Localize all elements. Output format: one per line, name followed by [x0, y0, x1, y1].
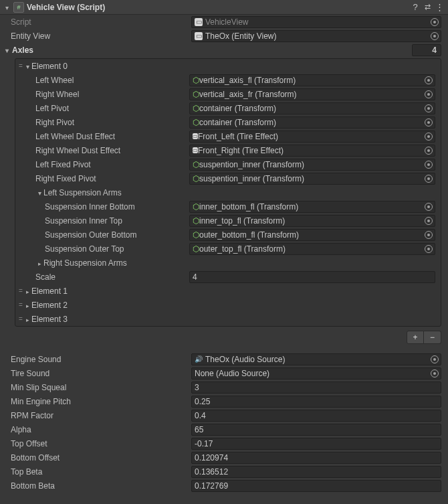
script-asset-icon: ▭: [193, 147, 198, 153]
list-item[interactable]: = Element 2: [15, 298, 441, 312]
object-picker-icon[interactable]: [425, 245, 433, 253]
min-engine-pitch-field[interactable]: [191, 396, 441, 408]
script-asset-icon: ▭: [193, 133, 198, 139]
entity-view-field[interactable]: ▭ TheOx (Entity View): [191, 30, 441, 42]
object-picker-icon[interactable]: [431, 32, 439, 40]
object-picker-icon: [431, 18, 439, 26]
help-icon[interactable]: ?: [409, 2, 421, 12]
axles-foldout[interactable]: [3, 46, 11, 55]
left-fixed-field[interactable]: ⬡ suspention_inner (Transform): [189, 159, 435, 171]
element-foldout[interactable]: [23, 286, 31, 296]
entity-view-label: Entity View: [11, 31, 191, 41]
left-susp-header[interactable]: Left Suspension Arms: [15, 185, 441, 199]
object-picker-icon[interactable]: [425, 175, 433, 183]
top-offset-row: Top Offset: [0, 436, 448, 450]
top-offset-input[interactable]: [195, 439, 438, 448]
object-picker-icon[interactable]: [431, 355, 439, 363]
min-engine-pitch-input[interactable]: [195, 397, 438, 406]
scale-field[interactable]: [189, 271, 435, 283]
right-pivot-field[interactable]: ⬡ container (Transform): [189, 116, 435, 129]
min-engine-pitch-row: Min Engine Pitch: [0, 394, 448, 408]
susp-inner-bottom-field[interactable]: ⬡ inner_bottom_fl (Transform): [189, 201, 435, 213]
axles-size-field[interactable]: 4: [412, 44, 441, 56]
script-asset-icon: ▭: [195, 32, 203, 40]
transform-icon: ⬡: [193, 104, 199, 113]
right-susp-foldout[interactable]: [35, 258, 43, 268]
list-item[interactable]: = Element 3: [15, 312, 441, 326]
transform-icon: ⬡: [193, 160, 199, 169]
susp-inner-top-row: Suspension Inner Top ⬡ inner_top_fl (Tra…: [15, 214, 441, 228]
left-wheel-field[interactable]: ⬡ vertical_axis_fl (Transform): [189, 74, 435, 86]
susp-inner-top-field[interactable]: ⬡ inner_top_fl (Transform): [189, 215, 435, 227]
element-foldout[interactable]: [23, 62, 31, 71]
list-item[interactable]: = Element 0: [15, 59, 441, 73]
bottom-beta-input[interactable]: [195, 481, 438, 491]
susp-outer-top-row: Suspension Outer Top ⬡ outer_top_fl (Tra…: [15, 242, 441, 256]
context-menu-icon[interactable]: ⋮: [433, 2, 445, 12]
element-foldout[interactable]: [23, 315, 31, 324]
left-susp-foldout[interactable]: [35, 188, 43, 197]
object-picker-icon[interactable]: [425, 231, 433, 239]
left-dust-row: Left Wheel Dust Effect ▭ Front_Left (Tir…: [15, 129, 441, 143]
rpm-factor-input[interactable]: [195, 411, 438, 420]
drag-handle-icon[interactable]: =: [15, 287, 23, 295]
entity-view-row: Entity View ▭ TheOx (Entity View): [0, 29, 448, 43]
add-element-button[interactable]: +: [407, 331, 424, 344]
object-picker-icon[interactable]: [425, 118, 433, 127]
right-dust-row: Right Wheel Dust Effect ▭ Front_Right (T…: [15, 143, 441, 157]
top-beta-input[interactable]: [195, 467, 438, 477]
audio-source-icon: 🔊: [195, 355, 203, 363]
min-slip-input[interactable]: [195, 383, 438, 392]
object-picker-icon[interactable]: [425, 147, 433, 155]
drag-handle-icon[interactable]: =: [15, 315, 23, 323]
left-pivot-field[interactable]: ⬡ container (Transform): [189, 102, 435, 114]
susp-inner-bottom-row: Suspension Inner Bottom ⬡ inner_bottom_f…: [15, 199, 441, 214]
drag-handle-icon[interactable]: =: [15, 301, 23, 309]
object-picker-icon[interactable]: [431, 369, 439, 377]
top-beta-field[interactable]: [191, 466, 441, 478]
left-dust-field[interactable]: ▭ Front_Left (Tire Effect): [189, 131, 435, 143]
alpha-field[interactable]: [191, 424, 441, 436]
tire-sound-field[interactable]: None (Audio Source): [191, 367, 441, 380]
component-foldout[interactable]: [3, 3, 11, 12]
engine-sound-field[interactable]: 🔊 TheOx (Audio Source): [191, 353, 441, 365]
drag-handle-icon[interactable]: =: [15, 62, 23, 70]
remove-element-button[interactable]: −: [424, 331, 441, 344]
bottom-offset-input[interactable]: [195, 453, 438, 463]
right-dust-field[interactable]: ▭ Front_Right (Tire Effect): [189, 145, 435, 157]
right-wheel-row: Right Wheel ⬡ vertical_axis_fr (Transfor…: [15, 87, 441, 101]
scale-input[interactable]: [193, 272, 432, 282]
list-item[interactable]: = Element 1: [15, 284, 441, 298]
alpha-input[interactable]: [195, 425, 438, 434]
bottom-beta-field[interactable]: [191, 480, 441, 492]
transform-icon: ⬡: [193, 76, 199, 85]
object-picker-icon[interactable]: [425, 133, 433, 141]
object-picker-icon[interactable]: [425, 104, 433, 112]
left-wheel-row: Left Wheel ⬡ vertical_axis_fl (Transform…: [15, 73, 441, 87]
right-wheel-field[interactable]: ⬡ vertical_axis_fr (Transform): [189, 88, 435, 100]
right-fixed-field[interactable]: ⬡ suspention_inner (Transform): [189, 173, 435, 185]
transform-icon: ⬡: [193, 244, 199, 254]
transform-icon: ⬡: [193, 118, 199, 127]
axles-header[interactable]: Axles 4: [0, 43, 448, 57]
object-picker-icon[interactable]: [425, 76, 433, 84]
min-slip-field[interactable]: [191, 382, 441, 394]
susp-outer-bottom-field[interactable]: ⬡ outer_bottom_fl (Transform): [189, 229, 435, 241]
component-header: # Vehicle View (Script) ? ⇄ ⋮: [0, 0, 448, 15]
object-picker-icon[interactable]: [425, 161, 433, 169]
preset-icon[interactable]: ⇄: [421, 3, 433, 11]
susp-outer-top-field[interactable]: ⬡ outer_top_fl (Transform): [189, 243, 435, 255]
right-susp-header[interactable]: Right Suspension Arms: [15, 256, 441, 270]
rpm-factor-field[interactable]: [191, 410, 441, 422]
object-picker-icon[interactable]: [425, 203, 433, 211]
axles-list: = Element 0 Left Wheel ⬡ vertical_axis_f…: [15, 58, 441, 327]
right-fixed-row: Right Fixed Pivot ⬡ suspention_inner (Tr…: [15, 171, 441, 185]
script-asset-icon: ▭: [195, 18, 203, 26]
tire-sound-row: Tire Sound None (Audio Source): [0, 366, 448, 380]
object-picker-icon[interactable]: [425, 217, 433, 225]
object-picker-icon[interactable]: [425, 90, 433, 98]
top-offset-field[interactable]: [191, 438, 441, 450]
transform-icon: ⬡: [193, 230, 199, 240]
element-foldout[interactable]: [23, 301, 31, 310]
bottom-offset-field[interactable]: [191, 452, 441, 464]
